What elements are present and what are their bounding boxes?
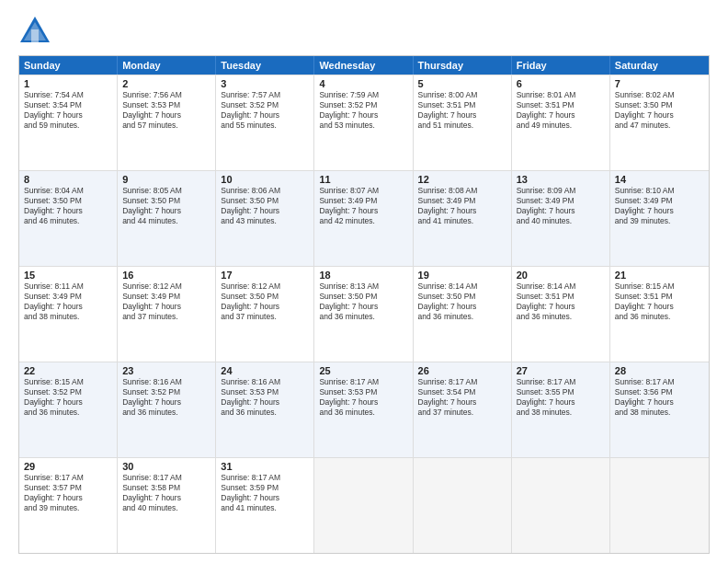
cell-details: Sunrise: 8:02 AM Sunset: 3:50 PM Dayligh… (615, 90, 704, 131)
calendar-cell: 1Sunrise: 7:54 AM Sunset: 3:54 PM Daylig… (19, 75, 118, 170)
day-number: 14 (615, 174, 704, 185)
day-number: 10 (221, 174, 309, 185)
cell-details: Sunrise: 8:04 AM Sunset: 3:50 PM Dayligh… (24, 186, 112, 226)
calendar-header: SundayMondayTuesdayWednesdayThursdayFrid… (19, 56, 709, 75)
cell-details: Sunrise: 8:12 AM Sunset: 3:49 PM Dayligh… (122, 282, 210, 322)
calendar-cell: 2Sunrise: 7:56 AM Sunset: 3:53 PM Daylig… (118, 75, 216, 170)
header-day-saturday: Saturday (610, 56, 709, 75)
cell-details: Sunrise: 8:11 AM Sunset: 3:49 PM Dayligh… (24, 282, 112, 322)
calendar-cell: 14Sunrise: 8:10 AM Sunset: 3:49 PM Dayli… (610, 171, 709, 266)
day-number: 25 (319, 365, 407, 376)
header-day-thursday: Thursday (414, 56, 512, 75)
cell-details: Sunrise: 8:17 AM Sunset: 3:53 PM Dayligh… (319, 377, 407, 418)
cell-details: Sunrise: 7:59 AM Sunset: 3:52 PM Dayligh… (319, 90, 407, 131)
cell-details: Sunrise: 8:00 AM Sunset: 3:51 PM Dayligh… (418, 90, 506, 131)
calendar-row-2: 8Sunrise: 8:04 AM Sunset: 3:50 PM Daylig… (19, 170, 709, 266)
calendar-cell: 11Sunrise: 8:07 AM Sunset: 3:49 PM Dayli… (314, 171, 413, 266)
cell-details: Sunrise: 8:01 AM Sunset: 3:51 PM Dayligh… (517, 90, 605, 131)
day-number: 20 (517, 270, 605, 281)
calendar-cell: 23Sunrise: 8:16 AM Sunset: 3:52 PM Dayli… (118, 362, 216, 457)
calendar-cell: 26Sunrise: 8:17 AM Sunset: 3:54 PM Dayli… (414, 362, 512, 457)
cell-details: Sunrise: 8:16 AM Sunset: 3:52 PM Dayligh… (122, 377, 210, 418)
calendar-cell: 25Sunrise: 8:17 AM Sunset: 3:53 PM Dayli… (314, 362, 413, 457)
calendar-cell: 29Sunrise: 8:17 AM Sunset: 3:57 PM Dayli… (19, 458, 118, 553)
cell-details: Sunrise: 7:57 AM Sunset: 3:52 PM Dayligh… (221, 90, 309, 131)
day-number: 2 (122, 78, 210, 89)
cell-details: Sunrise: 8:07 AM Sunset: 3:49 PM Dayligh… (319, 186, 407, 226)
calendar-row-4: 22Sunrise: 8:15 AM Sunset: 3:52 PM Dayli… (19, 362, 709, 457)
day-number: 6 (517, 78, 605, 89)
day-number: 16 (122, 270, 210, 281)
calendar-cell: 13Sunrise: 8:09 AM Sunset: 3:49 PM Dayli… (512, 171, 610, 266)
header-day-monday: Monday (118, 56, 216, 75)
calendar-body: 1Sunrise: 7:54 AM Sunset: 3:54 PM Daylig… (19, 75, 709, 553)
cell-details: Sunrise: 8:14 AM Sunset: 3:50 PM Dayligh… (418, 282, 506, 322)
header-day-wednesday: Wednesday (314, 56, 413, 75)
calendar-cell: 17Sunrise: 8:12 AM Sunset: 3:50 PM Dayli… (216, 267, 314, 362)
cell-details: Sunrise: 8:06 AM Sunset: 3:50 PM Dayligh… (221, 186, 309, 226)
calendar-cell: 8Sunrise: 8:04 AM Sunset: 3:50 PM Daylig… (19, 171, 118, 266)
header-day-sunday: Sunday (19, 56, 118, 75)
day-number: 26 (418, 365, 506, 376)
calendar-cell: 3Sunrise: 7:57 AM Sunset: 3:52 PM Daylig… (216, 75, 314, 170)
cell-details: Sunrise: 8:10 AM Sunset: 3:49 PM Dayligh… (615, 186, 704, 226)
calendar-cell: 21Sunrise: 8:15 AM Sunset: 3:51 PM Dayli… (610, 267, 709, 362)
day-number: 21 (615, 270, 704, 281)
day-number: 22 (24, 365, 112, 376)
header-day-tuesday: Tuesday (216, 56, 314, 75)
cell-details: Sunrise: 8:15 AM Sunset: 3:51 PM Dayligh… (615, 282, 704, 322)
day-number: 13 (517, 174, 605, 185)
calendar-cell: 10Sunrise: 8:06 AM Sunset: 3:50 PM Dayli… (216, 171, 314, 266)
day-number: 17 (221, 270, 309, 281)
header-day-friday: Friday (512, 56, 610, 75)
day-number: 7 (615, 78, 704, 89)
cell-details: Sunrise: 8:13 AM Sunset: 3:50 PM Dayligh… (319, 282, 407, 322)
cell-details: Sunrise: 8:08 AM Sunset: 3:49 PM Dayligh… (418, 186, 506, 226)
cell-details: Sunrise: 8:17 AM Sunset: 3:58 PM Dayligh… (122, 473, 210, 513)
calendar-cell: 18Sunrise: 8:13 AM Sunset: 3:50 PM Dayli… (314, 267, 413, 362)
day-number: 11 (319, 174, 407, 185)
day-number: 12 (418, 174, 506, 185)
day-number: 8 (24, 174, 112, 185)
calendar-cell (512, 458, 610, 553)
calendar-row-3: 15Sunrise: 8:11 AM Sunset: 3:49 PM Dayli… (19, 266, 709, 362)
day-number: 18 (319, 270, 407, 281)
day-number: 30 (122, 461, 210, 472)
day-number: 4 (319, 78, 407, 89)
day-number: 23 (122, 365, 210, 376)
calendar-cell: 30Sunrise: 8:17 AM Sunset: 3:58 PM Dayli… (118, 458, 216, 553)
cell-details: Sunrise: 7:56 AM Sunset: 3:53 PM Dayligh… (122, 90, 210, 131)
day-number: 24 (221, 365, 309, 376)
calendar-cell: 12Sunrise: 8:08 AM Sunset: 3:49 PM Dayli… (414, 171, 512, 266)
calendar-cell: 5Sunrise: 8:00 AM Sunset: 3:51 PM Daylig… (414, 75, 512, 170)
cell-details: Sunrise: 8:14 AM Sunset: 3:51 PM Dayligh… (517, 282, 605, 322)
cell-details: Sunrise: 8:16 AM Sunset: 3:53 PM Dayligh… (221, 377, 309, 418)
calendar: SundayMondayTuesdayWednesdayThursdayFrid… (18, 55, 710, 554)
day-number: 15 (24, 270, 112, 281)
calendar-cell (414, 458, 512, 553)
calendar-cell: 9Sunrise: 8:05 AM Sunset: 3:50 PM Daylig… (118, 171, 216, 266)
day-number: 29 (24, 461, 112, 472)
day-number: 31 (221, 461, 309, 472)
header (18, 15, 710, 48)
day-number: 19 (418, 270, 506, 281)
calendar-cell: 7Sunrise: 8:02 AM Sunset: 3:50 PM Daylig… (610, 75, 709, 170)
cell-details: Sunrise: 8:17 AM Sunset: 3:55 PM Dayligh… (517, 377, 605, 418)
cell-details: Sunrise: 8:17 AM Sunset: 3:56 PM Dayligh… (615, 377, 704, 418)
cell-details: Sunrise: 8:17 AM Sunset: 3:59 PM Dayligh… (221, 473, 309, 513)
calendar-cell: 16Sunrise: 8:12 AM Sunset: 3:49 PM Dayli… (118, 267, 216, 362)
day-number: 28 (615, 365, 704, 376)
logo-icon (18, 15, 51, 48)
cell-details: Sunrise: 8:09 AM Sunset: 3:49 PM Dayligh… (517, 186, 605, 226)
cell-details: Sunrise: 8:17 AM Sunset: 3:54 PM Dayligh… (418, 377, 506, 418)
logo (18, 15, 55, 48)
cell-details: Sunrise: 8:12 AM Sunset: 3:50 PM Dayligh… (221, 282, 309, 322)
day-number: 1 (24, 78, 112, 89)
calendar-cell: 15Sunrise: 8:11 AM Sunset: 3:49 PM Dayli… (19, 267, 118, 362)
calendar-cell: 27Sunrise: 8:17 AM Sunset: 3:55 PM Dayli… (512, 362, 610, 457)
calendar-cell: 24Sunrise: 8:16 AM Sunset: 3:53 PM Dayli… (216, 362, 314, 457)
calendar-cell: 28Sunrise: 8:17 AM Sunset: 3:56 PM Dayli… (610, 362, 709, 457)
calendar-row-1: 1Sunrise: 7:54 AM Sunset: 3:54 PM Daylig… (19, 75, 709, 170)
page: SundayMondayTuesdayWednesdayThursdayFrid… (0, 0, 728, 563)
calendar-cell: 6Sunrise: 8:01 AM Sunset: 3:51 PM Daylig… (512, 75, 610, 170)
